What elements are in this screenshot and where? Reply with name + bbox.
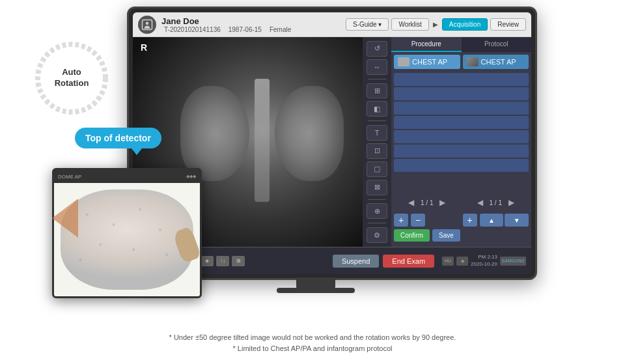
auto-rotation-widget: Auto Rotation <box>33 39 111 117</box>
arrow-shape-icon <box>52 199 78 238</box>
protocol-item-1[interactable]: CHEST AP <box>463 55 529 69</box>
minus-btn-1[interactable]: + <box>394 214 408 227</box>
header-bar: Jane Doe T-20201020141136 1987-06-15 Fem… <box>133 12 531 37</box>
acquisition-button[interactable]: Acquisition <box>442 18 488 31</box>
page-num-1: 1 / 1 <box>421 199 433 206</box>
spine <box>255 79 269 201</box>
list-item[interactable] <box>394 73 529 86</box>
detector-callout: Top of detector <box>75 128 161 148</box>
plus-btn-2[interactable]: + <box>463 214 477 227</box>
procedure-item-1[interactable]: CHEST AP <box>394 55 460 69</box>
small-screen-header: DOME AP ◆◆◆ <box>54 170 200 183</box>
patient-id: T-20201020141136 <box>164 26 221 33</box>
header-nav: S-Guide ▾ Worklist ▶ Acquisition Review <box>346 18 526 31</box>
time-line2: 2020-10-20 <box>471 261 497 268</box>
plus-btn-1[interactable]: − <box>411 214 425 227</box>
rotation-label: Auto Rotation <box>55 67 89 89</box>
list-item[interactable] <box>394 159 529 172</box>
arrow-btns: ▲ ▼ <box>480 214 529 227</box>
patient-icon <box>138 16 156 34</box>
down-btn[interactable]: ▼ <box>505 214 529 227</box>
window-tool[interactable]: ◧ <box>367 101 387 117</box>
list-item[interactable] <box>394 130 529 143</box>
system-icons-right: HU ◈ PM 2:13 2020-10-20 SAMSUNG <box>442 254 526 268</box>
tool-divider-2 <box>368 120 386 121</box>
footer-text: * Under ±50 degree tilted image would no… <box>0 332 625 355</box>
patient-pattern <box>61 189 193 290</box>
monitor-base <box>277 288 355 293</box>
measure-tool[interactable]: ⊡ <box>367 143 387 159</box>
footer-line2: * Limited to Chest AP/PA and infantogram… <box>0 343 625 355</box>
pagination-row-1: ◀ 1 / 1 ▶ <box>394 197 460 208</box>
protocol-icon-1 <box>467 57 479 66</box>
panel-bottom: ◀ 1 / 1 ▶ ◀ 1 / 1 ▶ <box>391 194 531 247</box>
confirm-button[interactable]: Confirm <box>394 229 430 242</box>
protocol-label-1: CHEST AP <box>481 58 516 66</box>
rotation-line2: Rotation <box>55 78 89 88</box>
procedure-label-1: CHEST AP <box>412 58 447 66</box>
patient-details: Jane Doe T-20201020141136 1987-06-15 Fem… <box>161 16 291 33</box>
nav-arrow-icon: ▶ <box>432 21 439 28</box>
list-item[interactable] <box>394 116 529 129</box>
patient-gender: Female <box>270 26 291 33</box>
prev-page-btn[interactable]: ◀ <box>406 197 417 208</box>
save-button[interactable]: Save <box>432 229 460 242</box>
page-num-2: 1 / 1 <box>490 199 502 206</box>
tool-divider-4 <box>368 223 386 223</box>
action-row: Confirm Save <box>394 229 529 242</box>
patient-name: Jane Doe <box>161 16 291 26</box>
status-icon-2: ⊞ <box>232 256 245 266</box>
next-page-btn-2[interactable]: ▶ <box>506 197 517 208</box>
tool-divider-3 <box>368 199 386 200</box>
tab-procedure[interactable]: Procedure <box>391 37 462 52</box>
footer-line1: * Under ±50 degree tilted image would no… <box>0 332 625 344</box>
text-tool[interactable]: T <box>367 125 387 141</box>
xray-r-label: R <box>141 42 147 53</box>
flip-tool[interactable]: ↔ <box>367 59 387 75</box>
patient-sim <box>61 189 193 290</box>
review-button[interactable]: Review <box>490 18 526 31</box>
xray-toolbar: ↺ ↔ ⊞ ◧ T ⊡ ▢ ⊠ ⊕ ⚙ <box>363 37 391 247</box>
right-panel: Procedure Protocol CHEST AP <box>391 37 531 247</box>
time-line1: PM 2:13 <box>471 254 497 260</box>
sys-icon-1: HU <box>442 257 454 266</box>
list-item[interactable] <box>394 145 529 158</box>
next-page-btn[interactable]: ▶ <box>437 197 448 208</box>
callout-bubble: Top of detector <box>75 128 161 148</box>
detector-arrow <box>52 199 78 238</box>
panel-content: CHEST AP CHEST AP <box>391 52 531 194</box>
patient-dob: 1987-06-15 <box>229 26 262 33</box>
lung-right <box>275 86 344 182</box>
tab-protocol[interactable]: Protocol <box>462 37 532 52</box>
lung-left <box>180 86 249 182</box>
rotation-line1: Auto <box>62 67 81 77</box>
zoom-tool[interactable]: ⊕ <box>367 203 387 219</box>
up-btn[interactable]: ▲ <box>480 214 504 227</box>
worklist-button[interactable]: Worklist <box>391 18 428 31</box>
sys-icon-2: ◈ <box>456 257 468 266</box>
time-display: PM 2:13 2020-10-20 <box>471 254 497 268</box>
panel-tabs: Procedure Protocol <box>391 37 531 52</box>
list-item[interactable] <box>394 102 529 115</box>
crop-tool[interactable]: ⊠ <box>367 180 387 195</box>
samsung-icon: SAMSUNG <box>500 257 526 266</box>
end-exam-button[interactable]: End Exam <box>383 255 434 268</box>
signal-icon: ↑↓ <box>216 256 229 266</box>
procedure-icon-1 <box>398 57 410 66</box>
prev-page-btn-2[interactable]: ◀ <box>475 197 486 208</box>
suspend-button[interactable]: Suspend <box>333 255 379 268</box>
tool-divider-1 <box>368 79 386 79</box>
bottom-status-btns: Suspend End Exam <box>333 255 434 268</box>
guide-button[interactable]: S-Guide ▾ <box>346 18 389 31</box>
callout-text: Top of detector <box>85 133 151 143</box>
small-screen-title: DOME AP <box>58 174 81 180</box>
rotate-tool[interactable]: ↺ <box>367 41 387 57</box>
pagination-row-2: ◀ 1 / 1 ▶ <box>463 197 529 208</box>
usb-icon: ◈ <box>201 256 214 266</box>
zoom-in-tool[interactable]: ⊞ <box>367 83 387 99</box>
list-item[interactable] <box>394 87 529 100</box>
svg-point-1 <box>146 21 149 25</box>
settings-tool[interactable]: ⚙ <box>367 227 387 243</box>
roi-tool[interactable]: ▢ <box>367 161 387 177</box>
